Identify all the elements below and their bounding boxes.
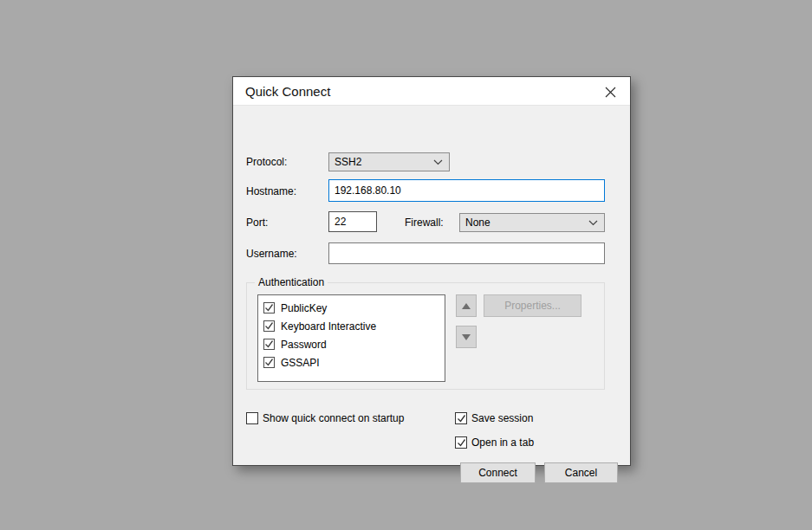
protocol-dropdown[interactable]: SSH2: [328, 152, 450, 171]
move-down-button[interactable]: [456, 326, 477, 348]
connect-button[interactable]: Connect: [460, 462, 536, 483]
checkbox[interactable]: [263, 302, 275, 313]
firewall-dropdown[interactable]: None: [459, 213, 605, 232]
auth-method-gssapi[interactable]: GSSAPI: [263, 353, 445, 372]
port-input[interactable]: [328, 211, 377, 232]
auth-method-label: GSSAPI: [281, 357, 320, 369]
auth-method-publickey[interactable]: PublicKey: [263, 299, 445, 317]
authentication-group: Authentication PublicKey Keyboard Intera…: [246, 282, 605, 390]
close-icon: [604, 86, 617, 99]
protocol-value: SSH2: [335, 156, 361, 168]
open-in-tab-label: Open in a tab: [471, 436, 534, 449]
checkbox[interactable]: [246, 412, 258, 424]
protocol-label: Protocol:: [246, 156, 287, 168]
checkbox[interactable]: [455, 436, 467, 449]
firewall-label: Firewall:: [405, 217, 444, 229]
save-session-option[interactable]: Save session: [455, 412, 533, 424]
move-up-button[interactable]: [456, 294, 477, 317]
open-in-tab-option[interactable]: Open in a tab: [455, 436, 534, 449]
port-label: Port:: [246, 217, 268, 229]
save-session-label: Save session: [471, 412, 533, 424]
dialog-body: Protocol: SSH2 Hostname: Port: Firewall:…: [233, 106, 630, 466]
dialog-title: Quick Connect: [245, 84, 330, 99]
hostname-input[interactable]: [328, 179, 605, 202]
checkbox[interactable]: [263, 320, 275, 332]
chevron-down-icon: [588, 220, 598, 226]
chevron-down-icon: [433, 159, 443, 165]
check-icon: [457, 438, 466, 448]
firewall-value: None: [465, 217, 490, 229]
username-input[interactable]: [328, 242, 605, 264]
show-on-startup-label: Show quick connect on startup: [263, 412, 404, 424]
auth-method-label: Keyboard Interactive: [281, 320, 376, 333]
auth-method-label: PublicKey: [281, 302, 327, 314]
auth-method-keyboard-interactive[interactable]: Keyboard Interactive: [263, 317, 445, 335]
arrow-down-icon: [462, 334, 471, 340]
show-on-startup-option[interactable]: Show quick connect on startup: [246, 412, 404, 424]
auth-method-label: Password: [281, 339, 327, 351]
check-icon: [264, 339, 274, 349]
check-icon: [264, 358, 274, 367]
checkbox[interactable]: [263, 339, 275, 350]
check-icon: [264, 303, 274, 313]
authentication-group-label: Authentication: [255, 276, 328, 288]
dialog-titlebar: Quick Connect: [233, 77, 630, 106]
checkbox[interactable]: [455, 412, 467, 424]
checkbox[interactable]: [263, 357, 275, 368]
properties-button[interactable]: Properties...: [484, 294, 581, 317]
auth-method-password[interactable]: Password: [263, 335, 445, 353]
check-icon: [264, 321, 274, 331]
auth-methods-list[interactable]: PublicKey Keyboard Interactive Password: [257, 294, 445, 382]
username-label: Username:: [246, 248, 297, 260]
cancel-button[interactable]: Cancel: [544, 462, 618, 483]
quick-connect-dialog: Quick Connect Protocol: SSH2 Hostname: P…: [232, 76, 631, 466]
check-icon: [457, 414, 466, 423]
arrow-up-icon: [462, 303, 471, 309]
close-button[interactable]: [599, 81, 621, 103]
hostname-label: Hostname:: [246, 185, 296, 197]
